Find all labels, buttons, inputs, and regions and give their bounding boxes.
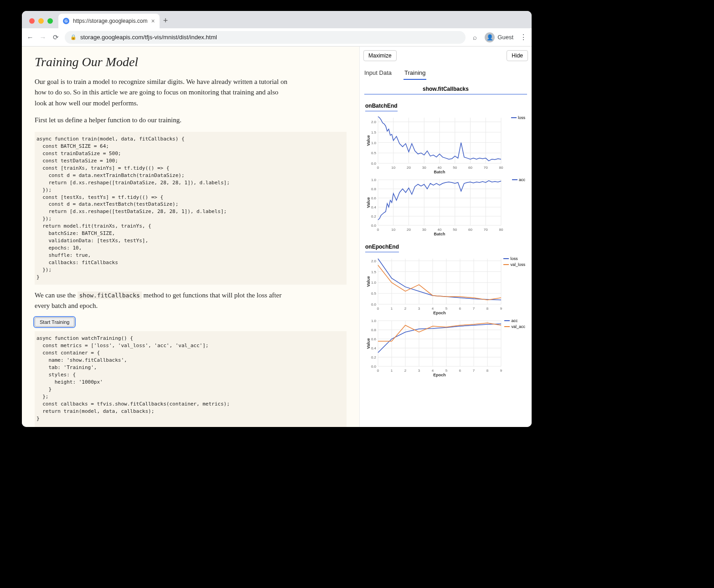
svg-text:9: 9 [500, 307, 502, 311]
section-title: onEpochEnd [365, 242, 399, 252]
tab-input-data[interactable]: Input Data [363, 67, 393, 80]
forward-icon[interactable]: → [39, 33, 47, 41]
svg-text:0.0: 0.0 [371, 302, 377, 307]
svg-text:50: 50 [453, 228, 457, 232]
toolbar: ← → ⟳ 🔒 storage.googleapis.com/tfjs-vis/… [22, 28, 532, 47]
minimize-window-icon[interactable] [38, 18, 44, 24]
svg-text:0.4: 0.4 [371, 205, 377, 209]
code-block: async function watchTraining() { const m… [35, 331, 347, 427]
paragraph: We can use the show.fitCallbacks method … [35, 290, 290, 312]
window-controls [29, 18, 53, 24]
chart-batch-loss: 0.00.51.01.52.001020304050607080BatchVal… [365, 115, 526, 174]
svg-text:1.5: 1.5 [371, 270, 377, 274]
tab-training[interactable]: Training [404, 67, 426, 80]
svg-text:1.5: 1.5 [371, 130, 377, 135]
svg-text:1: 1 [391, 307, 393, 311]
svg-text:2: 2 [404, 307, 407, 311]
svg-text:40: 40 [438, 166, 442, 170]
paragraph: Our goal is to train a model to recogniz… [35, 77, 290, 109]
svg-text:80: 80 [499, 166, 503, 170]
svg-text:40: 40 [438, 228, 442, 232]
svg-text:2: 2 [404, 369, 407, 373]
svg-text:1.0: 1.0 [371, 178, 377, 182]
article-pane: Training Our Model Our goal is to train … [22, 47, 359, 427]
svg-text:Epoch: Epoch [433, 311, 446, 315]
tab-title: https://storage.googleapis.com [73, 18, 147, 24]
svg-text:70: 70 [484, 228, 488, 232]
svg-text:6: 6 [459, 369, 461, 373]
svg-text:0.6: 0.6 [371, 337, 377, 341]
svg-text:6: 6 [459, 307, 461, 311]
svg-text:Value: Value [366, 135, 371, 146]
chart-epoch-loss: 0.00.51.01.52.00123456789EpochValuelossv… [365, 256, 526, 315]
lock-icon: 🔒 [70, 34, 77, 40]
chart-epoch-acc: 0.00.20.40.60.81.00123456789EpochValueac… [365, 318, 526, 377]
svg-text:7: 7 [473, 307, 475, 311]
svg-text:10: 10 [391, 166, 395, 170]
svg-text:0.6: 0.6 [371, 196, 377, 200]
close-window-icon[interactable] [29, 18, 35, 24]
svg-text:3: 3 [418, 307, 420, 311]
new-tab-button[interactable]: + [163, 16, 168, 26]
svg-text:Value: Value [366, 276, 371, 287]
svg-text:8: 8 [486, 369, 489, 373]
svg-text:0.0: 0.0 [371, 161, 377, 166]
svg-text:Batch: Batch [434, 232, 445, 236]
svg-text:1.0: 1.0 [371, 281, 377, 285]
chart-batch-acc: 0.00.20.40.60.81.001020304050607080Batch… [365, 177, 526, 236]
menu-icon[interactable]: ⋮ [520, 33, 527, 42]
svg-text:4: 4 [432, 307, 434, 311]
code-block: async function train(model, data, fitCal… [35, 132, 347, 285]
svg-text:8: 8 [486, 307, 489, 311]
url-text: storage.googleapis.com/tfjs-vis/mnist/di… [80, 34, 217, 41]
svg-text:80: 80 [499, 228, 503, 232]
svg-text:70: 70 [484, 166, 488, 170]
svg-text:4: 4 [432, 369, 434, 373]
svg-text:0.2: 0.2 [371, 214, 377, 219]
svg-text:0: 0 [377, 369, 379, 373]
svg-text:Epoch: Epoch [433, 373, 446, 377]
vis-tabs: Input Data Training [360, 65, 532, 80]
svg-text:30: 30 [422, 228, 426, 232]
svg-text:0: 0 [377, 307, 379, 311]
svg-text:0.0: 0.0 [371, 224, 377, 228]
svg-text:0.5: 0.5 [371, 151, 377, 155]
page-title: Training Our Model [35, 55, 347, 69]
reload-icon[interactable]: ⟳ [52, 33, 59, 42]
back-icon[interactable]: ← [26, 33, 34, 41]
inline-code: show.fitCallbacks [78, 291, 142, 299]
svg-text:1: 1 [391, 369, 393, 373]
svg-text:0: 0 [377, 228, 379, 232]
svg-text:0: 0 [377, 166, 379, 170]
svg-text:2.0: 2.0 [371, 259, 377, 263]
start-training-button[interactable]: Start Training [35, 317, 74, 327]
svg-text:5: 5 [445, 369, 448, 373]
svg-text:0.2: 0.2 [371, 355, 377, 359]
hide-button[interactable]: Hide [507, 50, 528, 61]
search-icon[interactable]: ⌕ [471, 33, 478, 41]
svg-text:10: 10 [391, 228, 395, 232]
address-bar[interactable]: 🔒 storage.googleapis.com/tfjs-vis/mnist/… [65, 31, 466, 44]
svg-text:2.0: 2.0 [371, 120, 377, 124]
maximize-button[interactable]: Maximize [363, 50, 397, 61]
svg-text:60: 60 [468, 166, 472, 170]
svg-text:20: 20 [407, 228, 411, 232]
svg-text:20: 20 [407, 166, 411, 170]
tab-strip: G https://storage.googleapis.com × + [22, 11, 532, 28]
svg-text:1.0: 1.0 [371, 319, 377, 323]
zoom-window-icon[interactable] [47, 18, 53, 24]
guest-label: Guest [497, 34, 513, 41]
svg-text:60: 60 [468, 228, 472, 232]
vis-panel: Maximize Hide Input Data Training show.f… [359, 47, 532, 427]
section-title: onBatchEnd [365, 101, 398, 111]
svg-text:Value: Value [366, 197, 371, 208]
profile-chip[interactable]: 👤 Guest [485, 32, 513, 42]
browser-tab[interactable]: G https://storage.googleapis.com × [58, 14, 160, 28]
svg-text:5: 5 [445, 307, 448, 311]
close-tab-icon[interactable]: × [151, 17, 155, 25]
svg-text:1.0: 1.0 [371, 141, 377, 145]
svg-text:9: 9 [500, 369, 502, 373]
svg-text:Value: Value [366, 338, 371, 349]
svg-text:Batch: Batch [434, 170, 445, 174]
favicon-icon: G [63, 18, 69, 24]
